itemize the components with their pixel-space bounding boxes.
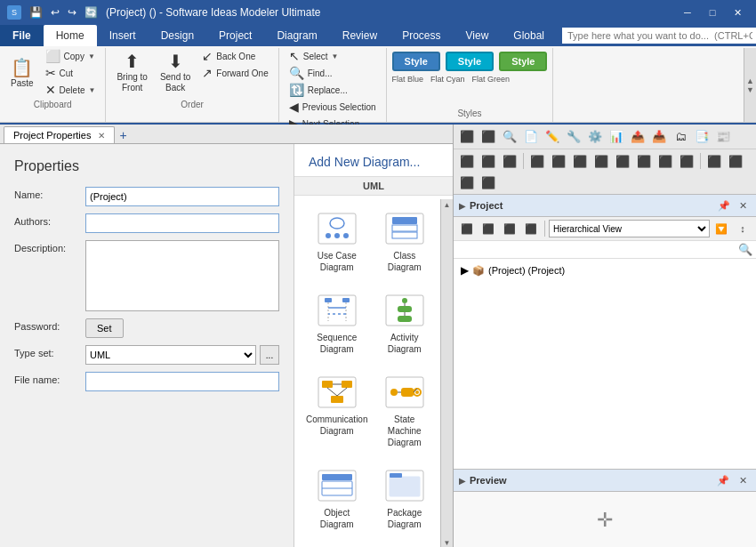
paste-button[interactable]: 📋 Paste bbox=[5, 48, 39, 98]
rt2-btn-14[interactable]: ⬛ bbox=[457, 173, 477, 192]
style-btn-1[interactable]: Style bbox=[392, 52, 440, 71]
style-btn-3[interactable]: Style bbox=[499, 52, 547, 71]
tab-file[interactable]: File bbox=[0, 25, 44, 46]
rt-btn-9[interactable]: 📤 bbox=[628, 127, 647, 147]
rt2-btn-9[interactable]: ⬛ bbox=[634, 151, 654, 171]
diagram-item-7[interactable]: Package Diagram bbox=[375, 460, 433, 538]
description-input[interactable] bbox=[85, 240, 279, 311]
pt-btn-1[interactable]: ⬛ bbox=[457, 219, 477, 238]
pt-btn-3[interactable]: ⬛ bbox=[500, 219, 519, 238]
rt2-btn-11[interactable]: ⬛ bbox=[677, 151, 696, 171]
name-input[interactable] bbox=[85, 187, 279, 206]
diagram-item-8[interactable]: Component Diagram bbox=[302, 542, 372, 547]
set-password-button[interactable]: Set bbox=[85, 318, 124, 338]
redo-qat-btn[interactable]: ↪ bbox=[65, 5, 79, 20]
minimize-btn[interactable]: ─ bbox=[676, 4, 699, 21]
delete-button[interactable]: ✕ Delete ▼ bbox=[41, 82, 101, 98]
authors-input[interactable] bbox=[85, 213, 279, 233]
rt-btn-2[interactable]: ⬛ bbox=[479, 127, 498, 147]
diagram-item-2[interactable]: Sequence Diagram bbox=[302, 285, 372, 363]
forward-one-button[interactable]: ↗ Forward One bbox=[197, 65, 272, 81]
ribbon-scroll-down[interactable]: ▼ bbox=[746, 85, 754, 94]
tab-diagram[interactable]: Diagram bbox=[264, 25, 329, 46]
rt2-btn-10[interactable]: ⬛ bbox=[655, 151, 675, 171]
rt-btn-12[interactable]: 📑 bbox=[692, 127, 712, 147]
diagram-item-3[interactable]: Activity Diagram bbox=[375, 285, 433, 363]
preview-expand-icon[interactable]: ▶ bbox=[459, 476, 466, 486]
scroll-down-arrow[interactable]: ▼ bbox=[444, 539, 451, 547]
bring-to-front-button[interactable]: ⬆ Bring to Front bbox=[111, 48, 152, 98]
rt2-btn-4[interactable]: ⬛ bbox=[527, 151, 547, 171]
rt-btn-3[interactable]: 🔍 bbox=[500, 127, 519, 147]
maximize-btn[interactable]: □ bbox=[701, 4, 724, 21]
preview-close-btn[interactable]: ✕ bbox=[735, 472, 751, 488]
pp-close-btn[interactable]: ✕ bbox=[735, 197, 751, 213]
tab-home[interactable]: Home bbox=[44, 25, 97, 46]
save-qat-btn[interactable]: 💾 bbox=[27, 5, 45, 20]
rt2-btn-5[interactable]: ⬛ bbox=[549, 151, 568, 171]
refresh-qat-btn[interactable]: 🔄 bbox=[82, 5, 101, 20]
pt-filter-btn[interactable]: 🔽 bbox=[712, 219, 731, 238]
project-search-icon[interactable]: 🔍 bbox=[738, 243, 752, 256]
type-set-select[interactable]: UML bbox=[85, 345, 256, 365]
previous-selection-button[interactable]: ◀ Previous Selection bbox=[285, 99, 381, 115]
project-properties-tab[interactable]: Project Properties ✕ bbox=[4, 126, 115, 143]
rt2-btn-1[interactable]: ⬛ bbox=[457, 151, 477, 171]
pt-sort-btn[interactable]: ↕ bbox=[733, 219, 752, 238]
diagram-scroll[interactable]: ▲ ▼ bbox=[440, 199, 453, 547]
rt2-btn-3[interactable]: ⬛ bbox=[500, 151, 519, 171]
diagram-item-9[interactable]: Deployment Diagram bbox=[375, 542, 433, 547]
copy-button[interactable]: ⬜ Copy ▼ bbox=[41, 48, 101, 64]
diagram-item-1[interactable]: Class Diagram bbox=[375, 203, 433, 281]
rt-btn-7[interactable]: ⚙️ bbox=[585, 127, 605, 147]
rt2-btn-15[interactable]: ⬛ bbox=[479, 173, 498, 192]
close-btn[interactable]: ✕ bbox=[726, 4, 749, 21]
pp-pin-btn[interactable]: 📌 bbox=[716, 197, 732, 213]
type-set-extra-btn[interactable]: ... bbox=[260, 345, 279, 365]
cut-button[interactable]: ✂ Cut bbox=[41, 65, 101, 81]
back-one-button[interactable]: ↙ Back One bbox=[197, 48, 272, 64]
tree-item-project[interactable]: ▶ 📦 (Project) (Project) bbox=[457, 262, 752, 278]
send-to-back-button[interactable]: ⬇ Send to Back bbox=[155, 48, 196, 98]
rt2-btn-2[interactable]: ⬛ bbox=[479, 151, 498, 171]
tab-review[interactable]: Review bbox=[330, 25, 390, 46]
diagram-item-5[interactable]: State Machine Diagram bbox=[375, 366, 433, 456]
tab-global[interactable]: Global bbox=[501, 25, 557, 46]
rt2-btn-8[interactable]: ⬛ bbox=[613, 151, 632, 171]
rt2-btn-7[interactable]: ⬛ bbox=[591, 151, 611, 171]
rt-btn-8[interactable]: 📊 bbox=[607, 127, 626, 147]
diagram-item-6[interactable]: Object Diagram bbox=[302, 460, 372, 538]
select-button[interactable]: ↖ Select ▼ bbox=[285, 48, 381, 64]
rt-btn-10[interactable]: 📥 bbox=[649, 127, 669, 147]
preview-pin-btn[interactable]: 📌 bbox=[715, 472, 731, 488]
rt-btn-13[interactable]: 📰 bbox=[713, 127, 733, 147]
project-search-input[interactable] bbox=[457, 244, 738, 256]
rt-btn-11[interactable]: 🗂 bbox=[671, 127, 690, 147]
tab-view[interactable]: View bbox=[454, 25, 502, 46]
rt-btn-1[interactable]: ⬛ bbox=[457, 127, 477, 147]
rt-btn-6[interactable]: 🔧 bbox=[564, 127, 583, 147]
ribbon-scroll-up[interactable]: ▲ bbox=[746, 76, 754, 85]
file-name-input[interactable] bbox=[85, 372, 279, 391]
tab-process[interactable]: Process bbox=[390, 25, 453, 46]
pt-btn-2[interactable]: ⬛ bbox=[479, 219, 498, 238]
diagram-item-4[interactable]: Communication Diagram bbox=[302, 366, 372, 456]
style-btn-2[interactable]: Style bbox=[446, 52, 494, 71]
diagram-item-0[interactable]: Use Case Diagram bbox=[302, 203, 372, 281]
rt-btn-4[interactable]: 📄 bbox=[521, 127, 541, 147]
search-input[interactable] bbox=[562, 28, 756, 44]
project-expand-icon[interactable]: ▶ bbox=[459, 201, 466, 211]
tab-insert[interactable]: Insert bbox=[97, 25, 149, 46]
tab-close-icon[interactable]: ✕ bbox=[98, 131, 105, 141]
replace-button[interactable]: 🔃 Replace... bbox=[285, 82, 381, 98]
tab-design[interactable]: Design bbox=[149, 25, 206, 46]
find-button[interactable]: 🔍 Find... bbox=[285, 65, 381, 81]
ribbon-scroll[interactable]: ▲ ▼ bbox=[744, 48, 756, 122]
rt2-btn-13[interactable]: ⬛ bbox=[726, 151, 745, 171]
tab-project[interactable]: Project bbox=[206, 25, 264, 46]
undo-qat-btn[interactable]: ↩ bbox=[48, 5, 62, 20]
scroll-up-arrow[interactable]: ▲ bbox=[444, 201, 451, 209]
rt2-btn-12[interactable]: ⬛ bbox=[704, 151, 724, 171]
pt-btn-4[interactable]: ⬛ bbox=[521, 219, 541, 238]
add-tab-btn[interactable]: + bbox=[120, 128, 127, 142]
